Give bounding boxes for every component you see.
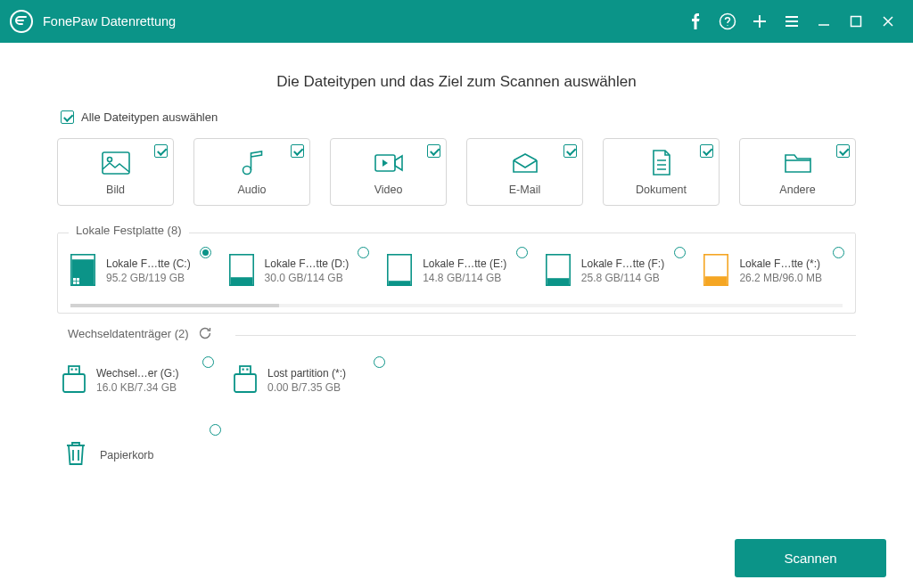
disk-icon <box>70 254 97 288</box>
facebook-icon[interactable] <box>679 0 711 43</box>
audio-icon <box>200 150 304 176</box>
local-scrollbar[interactable] <box>70 304 843 307</box>
select-all-checkbox[interactable] <box>61 110 74 124</box>
maximize-icon[interactable] <box>840 0 872 43</box>
local-disk-title: Lokale Festplatte (8) <box>76 224 182 237</box>
trash-label: Papierkorb <box>100 449 153 461</box>
trash-item[interactable]: Papierkorb <box>64 440 216 470</box>
drive-item-local-2[interactable]: Lokale F…tte (E:) 14.8 GB/114 GB <box>387 254 526 288</box>
drive-name: Lokale F…tte (*:) <box>739 257 822 270</box>
svg-point-6 <box>243 167 251 175</box>
type-check-audio[interactable] <box>291 144 304 158</box>
svg-rect-21 <box>71 369 73 371</box>
trash-icon <box>64 440 87 470</box>
svg-rect-26 <box>246 369 248 371</box>
svg-rect-18 <box>705 276 728 285</box>
drive-item-local-1[interactable]: Lokale F…tte (D:) 30.0 GB/114 GB <box>229 254 368 288</box>
disk-icon <box>387 254 414 288</box>
drive-item-local-0[interactable]: Lokale F…tte (C:) 95.2 GB/119 GB <box>70 254 210 288</box>
drive-item-removable-1[interactable]: Lost partition (*:) 0.00 B/7.35 GB <box>232 363 383 397</box>
type-check-video[interactable] <box>427 144 440 158</box>
type-card-audio[interactable]: Audio <box>193 138 310 206</box>
disk-icon <box>229 254 256 288</box>
svg-rect-4 <box>103 152 129 174</box>
menu-icon[interactable] <box>776 0 808 43</box>
document-icon <box>609 150 713 176</box>
minimize-icon[interactable] <box>808 0 840 43</box>
refresh-icon[interactable] <box>198 326 212 340</box>
drive-name: Lokale F…tte (E:) <box>423 257 506 270</box>
type-label-image: Bild <box>63 184 168 196</box>
local-disk-section: Lokale Festplatte (8) Lokale F…tte (C:) … <box>57 233 856 314</box>
select-all-row[interactable]: Alle Dateitypen auswählen <box>61 110 856 124</box>
svg-rect-3 <box>851 17 861 27</box>
type-check-image[interactable] <box>154 144 168 158</box>
drive-size: 0.00 B/7.35 GB <box>267 381 346 394</box>
file-types-row: Bild Audio Video E-Mail Dokument Andere <box>57 138 856 206</box>
drive-radio[interactable] <box>202 356 214 368</box>
disk-icon <box>703 254 730 288</box>
usb-icon <box>61 363 87 397</box>
removable-section: Wechseldatenträger (2) Wechsel…er (G:) 1… <box>57 335 856 410</box>
type-check-document[interactable] <box>700 144 713 158</box>
drive-size: 30.0 GB/114 GB <box>265 272 350 284</box>
type-card-document[interactable]: Dokument <box>603 138 720 206</box>
usb-icon <box>232 363 259 397</box>
type-card-image[interactable]: Bild <box>57 138 174 206</box>
drive-size: 25.8 GB/114 GB <box>581 272 664 284</box>
svg-rect-14 <box>389 281 411 285</box>
svg-rect-13 <box>388 255 411 285</box>
page-title: Die Dateitypen und das Ziel zum Scannen … <box>57 73 856 91</box>
drive-radio[interactable] <box>358 247 369 258</box>
drive-radio[interactable] <box>374 356 385 368</box>
type-label-document: Dokument <box>609 184 713 196</box>
type-card-video[interactable]: Video <box>330 138 447 206</box>
folder-icon <box>745 150 850 176</box>
email-icon <box>473 150 577 176</box>
type-check-email[interactable] <box>563 144 577 158</box>
drive-size: 16.0 KB/7.34 GB <box>96 381 178 394</box>
type-card-other[interactable]: Andere <box>739 138 856 206</box>
image-icon <box>63 150 168 176</box>
select-all-label: Alle Dateitypen auswählen <box>81 110 218 124</box>
drive-name: Lokale F…tte (F:) <box>581 257 664 270</box>
type-label-audio: Audio <box>200 184 304 196</box>
type-check-other[interactable] <box>836 144 850 158</box>
app-logo-icon <box>9 9 34 34</box>
type-label-email: E-Mail <box>473 184 577 196</box>
drive-size: 14.8 GB/114 GB <box>423 272 506 284</box>
drive-item-removable-0[interactable]: Wechsel…er (G:) 16.0 KB/7.34 GB <box>61 363 212 397</box>
drive-name: Lokale F…tte (D:) <box>265 257 350 270</box>
drive-radio[interactable] <box>200 247 211 258</box>
close-icon[interactable] <box>872 0 904 43</box>
svg-rect-20 <box>69 366 79 374</box>
type-label-other: Andere <box>745 184 850 196</box>
drive-name: Lokale F…tte (C:) <box>106 257 191 270</box>
svg-rect-25 <box>243 369 244 371</box>
drive-radio[interactable] <box>833 247 844 258</box>
svg-rect-24 <box>240 366 251 374</box>
help-icon[interactable] <box>711 0 744 43</box>
drive-item-local-3[interactable]: Lokale F…tte (F:) 25.8 GB/114 GB <box>546 254 685 288</box>
drive-name: Wechsel…er (G:) <box>96 367 178 380</box>
app-title: FonePaw Datenrettung <box>43 14 176 29</box>
removable-title: Wechseldatenträger (2) <box>68 327 189 340</box>
drive-size: 95.2 GB/119 GB <box>106 272 191 284</box>
svg-rect-19 <box>63 374 85 392</box>
svg-point-2 <box>727 25 728 26</box>
drive-size: 26.2 MB/96.0 MB <box>739 272 822 284</box>
main-content: Die Dateitypen und das Ziel zum Scannen … <box>0 43 913 588</box>
svg-rect-12 <box>230 277 252 285</box>
drive-radio[interactable] <box>674 247 686 258</box>
svg-rect-23 <box>234 374 256 392</box>
drive-radio[interactable] <box>516 247 528 258</box>
logo: FonePaw Datenrettung <box>9 9 176 34</box>
plus-icon[interactable] <box>744 0 776 43</box>
trash-radio[interactable] <box>210 424 221 436</box>
drive-item-local-4[interactable]: Lokale F…tte (*:) 26.2 MB/96.0 MB <box>703 254 843 288</box>
type-card-email[interactable]: E-Mail <box>466 138 583 206</box>
disk-icon <box>546 254 572 288</box>
svg-rect-22 <box>75 369 77 371</box>
video-icon <box>336 150 440 176</box>
scan-button[interactable]: Scannen <box>735 539 886 577</box>
